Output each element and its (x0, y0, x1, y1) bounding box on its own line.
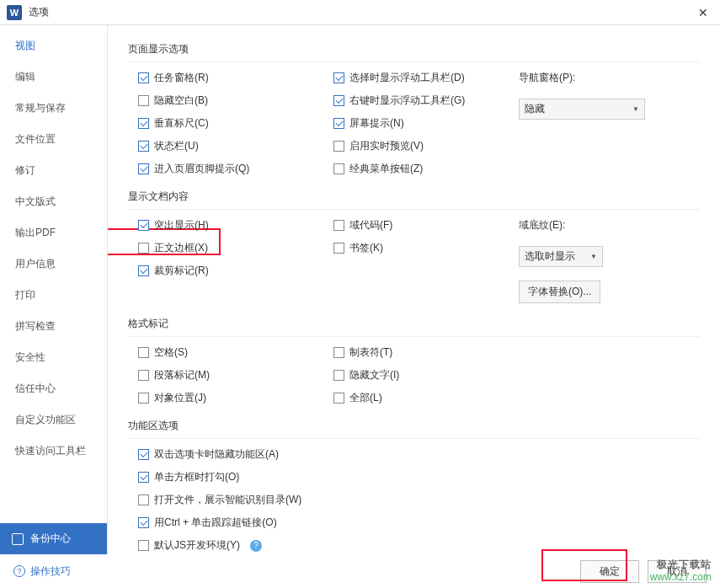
footer: ? 操作技巧 确定 取消 (0, 554, 720, 588)
checkbox-option[interactable]: 隐藏空白(B) (128, 94, 323, 108)
sidebar-item[interactable]: 用户信息 (0, 249, 107, 280)
checkbox-icon (138, 72, 149, 83)
checkbox-option[interactable]: 进入页眉页脚提示(Q) (128, 162, 323, 176)
checkbox-icon (138, 393, 149, 404)
sidebar-item[interactable]: 输出PDF (0, 217, 107, 249)
checkbox-option[interactable]: 对象位置(J) (128, 391, 323, 405)
sidebar-item[interactable]: 文件位置 (0, 124, 107, 155)
checkbox-label: 任务窗格(R) (154, 71, 209, 85)
sidebar-item[interactable]: 修订 (0, 155, 107, 186)
sidebar-item[interactable]: 打印 (0, 280, 107, 311)
checkbox-label: 屏幕提示(N) (349, 116, 404, 131)
checkbox-label: 裁剪标记(R) (154, 264, 209, 278)
checkbox-option[interactable]: 段落标记(M) (128, 368, 323, 382)
checkbox-option[interactable]: 选择时显示浮动工具栏(D) (323, 71, 519, 85)
sidebar-item[interactable]: 信任中心 (0, 373, 107, 404)
checkbox-option[interactable]: 垂直标尺(C) (128, 116, 323, 131)
close-button[interactable]: ✕ (693, 6, 713, 19)
nav-pane-value: 隐藏 (525, 102, 545, 116)
checkbox-icon (138, 118, 149, 129)
checkbox-label: 段落标记(M) (154, 368, 210, 382)
checkbox-option[interactable]: 经典菜单按钮(Z) (323, 162, 519, 176)
checkbox-option[interactable]: 启用实时预览(V) (323, 139, 519, 153)
checkbox-option[interactable]: 书签(K) (323, 241, 519, 255)
checkbox-label: 正文边框(X) (154, 241, 208, 255)
checkbox-icon (138, 243, 149, 254)
checkbox-icon (138, 449, 149, 460)
checkbox-icon (333, 95, 344, 106)
font-substitution-button[interactable]: 字体替换(O)... (519, 281, 600, 303)
checkbox-option[interactable]: 单击方框时打勾(O) (128, 470, 700, 484)
checkbox-icon (138, 494, 149, 505)
checkbox-icon (333, 141, 344, 152)
section-page-display: 页面显示选项 任务窗格(R)隐藏空白(B)垂直标尺(C)状态栏(U)进入页眉页脚… (128, 37, 700, 176)
highlight-marker (541, 549, 627, 581)
checkbox-option[interactable]: 屏幕提示(N) (323, 116, 519, 131)
checkbox-option[interactable]: 右键时显示浮动工具栏(G) (323, 94, 519, 108)
checkbox-icon (138, 265, 149, 276)
nav-pane-label: 导航窗格(P): (519, 71, 700, 85)
checkbox-option[interactable]: 任务窗格(R) (128, 71, 323, 85)
checkbox-label: 制表符(T) (349, 345, 392, 360)
checkbox-icon (333, 370, 344, 381)
checkbox-option[interactable]: 域代码(F) (323, 218, 519, 233)
checkbox-option[interactable]: 制表符(T) (323, 345, 519, 360)
checkbox-icon (138, 540, 149, 551)
checkbox-option[interactable]: 双击选项卡时隐藏功能区(A) (128, 447, 700, 462)
checkbox-icon (138, 517, 149, 528)
checkbox-option[interactable]: 隐藏文字(I) (323, 368, 519, 382)
checkbox-label: 状态栏(U) (154, 139, 199, 153)
checkbox-icon (333, 118, 344, 129)
checkbox-option[interactable]: 空格(S) (128, 345, 323, 360)
content-panel: 页面显示选项 任务窗格(R)隐藏空白(B)垂直标尺(C)状态栏(U)进入页眉页脚… (108, 25, 720, 554)
section-title: 格式标记 (128, 312, 700, 337)
checkbox-option[interactable]: 突出显示(H) (128, 218, 323, 233)
checkbox-label: 右键时显示浮动工具栏(G) (349, 94, 465, 108)
checkbox-label: 域代码(F) (349, 218, 392, 233)
nav-pane-select[interactable]: 隐藏 ▼ (519, 99, 645, 120)
sidebar: 视图编辑常规与保存文件位置修订中文版式输出PDF用户信息打印拼写检查安全性信任中… (0, 25, 108, 554)
checkbox-option[interactable]: 正文边框(X) (128, 241, 323, 255)
checkbox-label: 选择时显示浮动工具栏(D) (349, 71, 465, 85)
checkbox-icon (333, 347, 344, 358)
sidebar-item[interactable]: 编辑 (0, 61, 107, 93)
checkbox-label: 经典菜单按钮(Z) (349, 162, 423, 176)
app-icon: W (7, 5, 22, 20)
checkbox-option[interactable]: 全部(L) (323, 391, 519, 405)
checkbox-label: 隐藏文字(I) (349, 368, 399, 382)
checkbox-option[interactable]: 打开文件，展示智能识别目录(W) (128, 493, 700, 507)
field-shading-select[interactable]: 选取时显示 ▼ (519, 246, 603, 267)
help-icon: ? (13, 565, 25, 577)
section-title: 功能区选项 (128, 414, 700, 439)
sidebar-item[interactable]: 自定义功能区 (0, 404, 107, 436)
field-shading-label: 域底纹(E): (519, 218, 700, 233)
cancel-button[interactable]: 取消 (648, 560, 707, 583)
sidebar-item[interactable]: 安全性 (0, 342, 107, 373)
section-title: 显示文档内容 (128, 184, 700, 210)
checkbox-icon (333, 163, 344, 174)
sidebar-item[interactable]: 视图 (0, 30, 107, 61)
backup-icon (12, 533, 24, 545)
tips-link[interactable]: ? 操作技巧 (13, 564, 71, 579)
checkbox-label: 全部(L) (349, 391, 382, 405)
section-title: 页面显示选项 (128, 37, 700, 62)
sidebar-item[interactable]: 拼写检查 (0, 311, 107, 342)
chevron-down-icon: ▼ (632, 105, 639, 113)
sidebar-item[interactable]: 中文版式 (0, 186, 107, 217)
checkbox-option[interactable]: 裁剪标记(R) (128, 264, 323, 278)
checkbox-label: 书签(K) (349, 241, 383, 255)
window-title: 选项 (29, 5, 693, 19)
checkbox-option[interactable]: 用Ctrl + 单击跟踪超链接(O) (128, 516, 700, 530)
section-doc-content: 显示文档内容 突出显示(H)正文边框(X)裁剪标记(R) 域代码(F)书签(K)… (128, 184, 700, 303)
checkbox-option[interactable]: 状态栏(U) (128, 139, 323, 153)
help-icon[interactable]: ? (250, 540, 262, 552)
checkbox-icon (333, 243, 344, 254)
checkbox-label: 用Ctrl + 单击跟踪超链接(O) (154, 516, 277, 530)
checkbox-label: 对象位置(J) (154, 391, 206, 405)
section-ribbon: 功能区选项 双击选项卡时隐藏功能区(A)单击方框时打勾(O)打开文件，展示智能识… (128, 414, 700, 553)
sidebar-item[interactable]: 常规与保存 (0, 93, 107, 124)
checkbox-label: 打开文件，展示智能识别目录(W) (154, 493, 301, 507)
sidebar-item[interactable]: 快速访问工具栏 (0, 436, 107, 467)
checkbox-label: 进入页眉页脚提示(Q) (154, 162, 249, 176)
backup-center-button[interactable]: 备份中心 (0, 523, 107, 554)
